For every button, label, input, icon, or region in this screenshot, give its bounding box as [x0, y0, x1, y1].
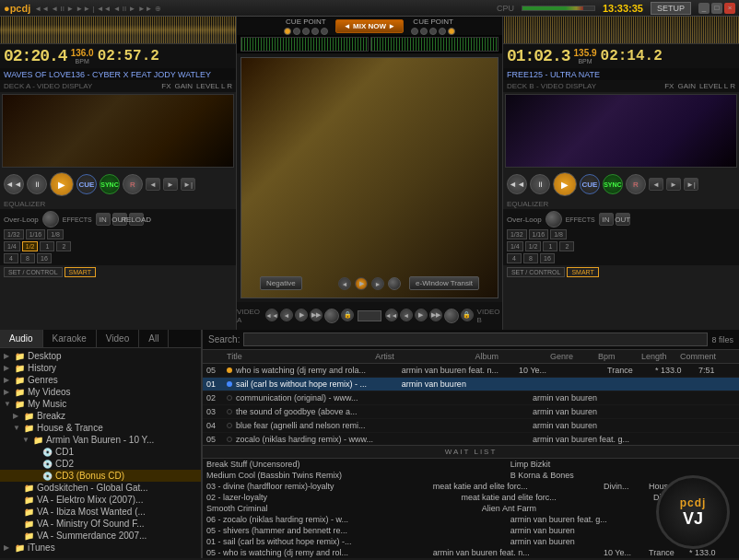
- deck-b-loop-1-16[interactable]: 1/16: [529, 229, 549, 239]
- deck-a-loop-1[interactable]: 1: [40, 241, 54, 251]
- cue-dot-l5[interactable]: [321, 28, 328, 35]
- table-row[interactable]: 03 the sound of goodbye (above a... armi…: [203, 405, 739, 419]
- deck-b-sync-button[interactable]: SYNC: [603, 174, 623, 194]
- deck-a-loop-1-8[interactable]: 1/8: [47, 229, 64, 239]
- center-video-knob[interactable]: [388, 277, 401, 290]
- tree-item-cd1[interactable]: ▶ 💿 CD1: [0, 446, 201, 458]
- deck-b-loop-1-4[interactable]: 1/4: [507, 241, 523, 251]
- deck-b-loop-1[interactable]: 1: [543, 241, 557, 251]
- minimize-button[interactable]: _: [698, 3, 710, 14]
- tree-item-godskitchen[interactable]: ▶ 📁 Godskitchen - Global Gat...: [0, 482, 201, 494]
- video-b-btn3[interactable]: ▶: [415, 309, 428, 321]
- search-input[interactable]: [243, 332, 708, 346]
- tree-item-armin[interactable]: ▼ 📁 Armin Van Buuren - 10 Y...: [0, 434, 201, 446]
- tree-item-cd3[interactable]: ▶ 💿 CD3 (Bonus CD): [0, 470, 201, 482]
- deck-a-reload-btn[interactable]: RELOAD: [129, 213, 144, 226]
- tree-item-myvideos[interactable]: ▶ 📁 My Videos: [0, 386, 201, 398]
- deck-b-loop-1-8[interactable]: 1/8: [550, 229, 567, 239]
- table-row[interactable]: 02 communication (original) - www... arm…: [203, 391, 739, 405]
- tree-item-desktop[interactable]: ▶ 📁 Desktop: [0, 350, 201, 362]
- deck-a-end[interactable]: ►|: [181, 178, 195, 191]
- center-video-next[interactable]: ►: [371, 277, 384, 290]
- deck-b-r-button[interactable]: R: [626, 174, 646, 194]
- deck-a-loop-2[interactable]: 2: [56, 241, 71, 251]
- deck-b-set-btn[interactable]: SET / CONTROL: [507, 267, 566, 277]
- video-b-btn1[interactable]: ◄◄: [385, 309, 398, 321]
- wait-list-row[interactable]: 05 - who is watching (dj remy and rol...…: [203, 547, 739, 558]
- deck-b-out-btn[interactable]: OUT: [616, 213, 630, 226]
- video-b-btn4[interactable]: ▶▶: [429, 309, 442, 321]
- deck-b-cue-button[interactable]: CUE: [580, 174, 600, 194]
- deck-b-loop-8[interactable]: 8: [523, 253, 538, 263]
- deck-a-sync-button[interactable]: SYNC: [100, 174, 120, 194]
- deck-b-loop-4[interactable]: 4: [507, 253, 522, 263]
- mix-now-button[interactable]: ◄ MIX NOW ►: [335, 19, 404, 33]
- close-button[interactable]: ×: [724, 3, 735, 14]
- tree-item-va-ministry[interactable]: ▶ 📁 VA - Ministry Of Sound F...: [0, 518, 201, 530]
- deck-b-loop-1-2[interactable]: 1/2: [525, 241, 542, 251]
- deck-a-loop-1-32[interactable]: 1/32: [4, 229, 24, 239]
- cue-dot-l4[interactable]: [311, 28, 319, 35]
- video-b-btn2[interactable]: ◄: [400, 309, 413, 321]
- table-row[interactable]: 05 zocalo (niklas harding remix) - www..…: [203, 433, 739, 445]
- cue-dot-l1[interactable]: [284, 28, 291, 35]
- deck-a-in-btn[interactable]: IN: [96, 213, 111, 226]
- wait-list-row[interactable]: 03 - divine (hardfloor remix)-loyalty me…: [203, 481, 739, 492]
- cue-dot-r3[interactable]: [429, 28, 437, 35]
- deck-a-pause-button[interactable]: ⏸: [27, 174, 47, 194]
- tab-video[interactable]: Video: [97, 330, 139, 347]
- deck-b-skip-fwd[interactable]: ►: [666, 178, 681, 191]
- table-row[interactable]: 05 who is watching (dj remy and rola... …: [203, 364, 739, 378]
- tab-audio[interactable]: Audio: [0, 330, 43, 347]
- deck-a-loop-4[interactable]: 4: [4, 253, 18, 263]
- deck-a-prev-button[interactable]: ◄◄: [4, 174, 24, 194]
- tab-karaoke[interactable]: Karaoke: [43, 330, 97, 347]
- deck-a-loop-knob[interactable]: [42, 211, 59, 228]
- deck-a-skip-fwd[interactable]: ►: [163, 178, 178, 191]
- video-b-lock[interactable]: 🔒: [461, 309, 474, 321]
- wait-list-row[interactable]: 01 - sail (carl bs without hope remix) -…: [203, 536, 739, 547]
- deck-b-loop-16[interactable]: 16: [540, 253, 555, 263]
- tree-item-housetrance[interactable]: ▼ 📁 House & Trance: [0, 422, 201, 434]
- setup-button[interactable]: SETUP: [651, 2, 691, 15]
- deck-b-prev-button[interactable]: ◄◄: [507, 174, 527, 194]
- wait-list-row[interactable]: Medium Cool (Bassbin Twins Remix) B Korn…: [203, 470, 739, 481]
- tree-item-cd2[interactable]: ▶ 💿 CD2: [0, 458, 201, 470]
- video-a-knob[interactable]: [324, 309, 339, 323]
- tree-item-va-elektro[interactable]: ▶ 📁 VA - Elektro Mixx (2007)...: [0, 494, 201, 506]
- wait-list-row[interactable]: Break Stuff (Uncensored) Limp Bizkit: [203, 459, 739, 470]
- deck-a-loop-16[interactable]: 16: [37, 253, 52, 263]
- deck-a-play-button[interactable]: ▶: [50, 172, 74, 196]
- maximize-button[interactable]: □: [711, 3, 722, 14]
- deck-b-pause-button[interactable]: ⏸: [530, 174, 550, 194]
- tree-item-history[interactable]: ▶ 📁 History: [0, 362, 201, 374]
- deck-b-end[interactable]: ►|: [684, 178, 698, 191]
- deck-b-loop-knob[interactable]: [545, 211, 562, 228]
- deck-b-loop-1-32[interactable]: 1/32: [507, 229, 527, 239]
- deck-b-in-btn[interactable]: IN: [599, 213, 614, 226]
- cue-dot-r1[interactable]: [411, 28, 418, 35]
- video-b-knob[interactable]: [444, 309, 459, 323]
- video-a-lock[interactable]: 🔒: [341, 309, 354, 321]
- tree-item-mymusic[interactable]: ▼ 📁 My Music: [0, 398, 201, 410]
- deck-b-loop-2[interactable]: 2: [559, 241, 574, 251]
- tree-item-va-summer[interactable]: ▶ 📁 VA - Summerdance 2007...: [0, 530, 201, 542]
- deck-a-r-button[interactable]: R: [123, 174, 143, 194]
- cue-dot-l3[interactable]: [302, 28, 310, 35]
- deck-a-skip-back[interactable]: ◄: [146, 178, 160, 191]
- deck-b-play-button[interactable]: ▶: [553, 172, 577, 196]
- tab-all[interactable]: All: [139, 330, 169, 347]
- deck-a-smart-btn[interactable]: SMART: [65, 267, 96, 277]
- cue-dot-l2[interactable]: [293, 28, 300, 35]
- center-fader[interactable]: [358, 310, 381, 321]
- table-row[interactable]: 01 sail (carl bs without hope remix) - .…: [203, 378, 739, 391]
- tree-item-genres[interactable]: ▶ 📁 Genres: [0, 374, 201, 386]
- deck-a-set-btn[interactable]: SET / CONTROL: [4, 267, 63, 277]
- window-transit-button[interactable]: e-Window Transit: [409, 276, 479, 290]
- deck-a-loop-1-2[interactable]: 1/2: [22, 241, 39, 251]
- tree-item-breakz[interactable]: ▶ 📁 Breakz: [0, 410, 201, 422]
- video-a-btn1[interactable]: ◄◄: [265, 309, 278, 321]
- center-video-play[interactable]: ▶: [355, 277, 368, 290]
- video-a-btn4[interactable]: ▶▶: [310, 309, 323, 321]
- deck-a-cue-button[interactable]: CUE: [76, 174, 97, 194]
